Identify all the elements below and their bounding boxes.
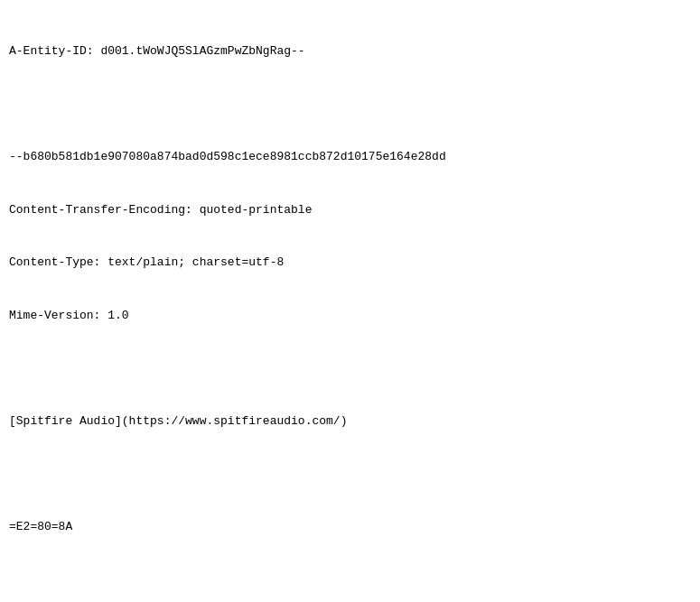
blank-4 — [9, 570, 691, 588]
content-transfer-encoding: Content-Transfer-Encoding: quoted-printa… — [9, 201, 691, 219]
blank-3 — [9, 465, 691, 483]
zwsp-1: =E2=80=8A — [9, 518, 691, 536]
email-body: A-Entity-ID: d001.tWoWJQ5SlAGzmPwZbNgRag… — [0, 0, 700, 602]
mime-version: Mime-Version: 1.0 — [9, 307, 691, 325]
blank-2 — [9, 359, 691, 377]
boundary-line: --b680b581db1e907080a874bad0d598c1ece898… — [9, 148, 691, 166]
spitfire-link-1: [Spitfire Audio](https://www.spitfireaud… — [9, 412, 691, 431]
content-type: Content-Type: text/plain; charset=utf-8 — [9, 254, 691, 272]
header-line-1: A-Entity-ID: d001.tWoWJQ5SlAGzmPwZbNgRag… — [9, 42, 691, 60]
blank-1 — [9, 96, 691, 114]
